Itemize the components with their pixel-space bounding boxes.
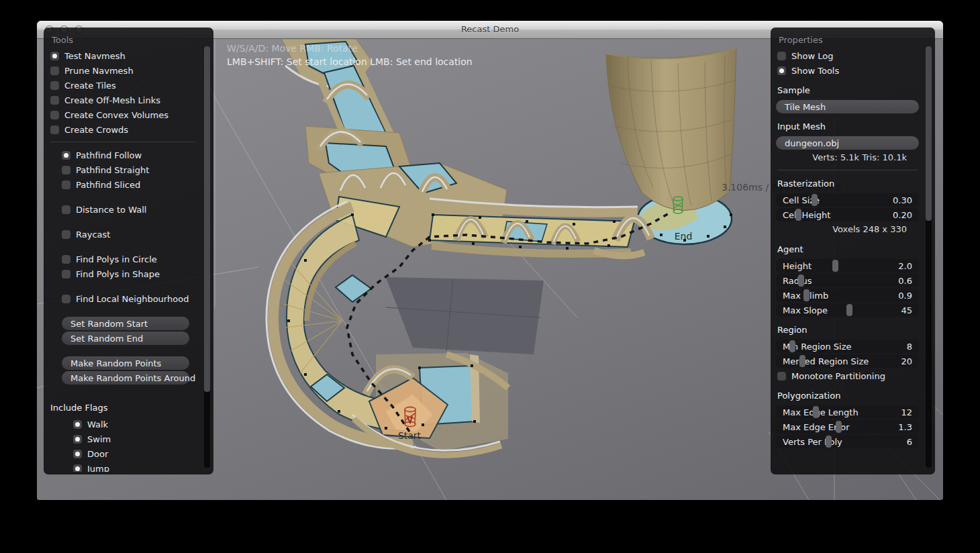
checkbox-label: Raycast	[76, 230, 110, 240]
checkbox-row[interactable]: Find Polys in Circle	[44, 252, 203, 266]
tools-panel-title: Tools	[44, 28, 213, 48]
slider-row[interactable]: Max Climb 0.9	[776, 289, 919, 302]
select-label: Tile Mesh	[785, 102, 826, 112]
checkbox-icon	[62, 230, 70, 239]
slider-row[interactable]: Cell Size 0.30	[776, 193, 919, 207]
slider-thumb[interactable]	[798, 274, 804, 287]
slider-thumb[interactable]	[826, 436, 832, 448]
section-heading: Region	[771, 325, 924, 336]
checkbox-row[interactable]: Find Polys in Shape	[44, 267, 203, 281]
slider-value: 45	[901, 305, 912, 315]
checkbox-icon	[62, 270, 70, 279]
checkbox-label: Pathfind Follow	[76, 150, 142, 160]
end-label: End	[660, 231, 707, 242]
checkbox-label: Distance to Wall	[76, 205, 146, 215]
checkbox-icon	[73, 464, 82, 472]
checkbox-row[interactable]: Find Local Neighbourhood	[44, 292, 203, 305]
slider-thumb[interactable]	[836, 421, 842, 433]
section-heading: Agent	[771, 244, 924, 256]
checkbox-label: Create Tiles	[64, 81, 116, 91]
checkbox-icon	[62, 295, 70, 303]
spacer	[44, 217, 203, 226]
slider-row[interactable]: Height 2.0	[776, 259, 919, 272]
checkbox-row[interactable]: Prune Navmesh	[44, 64, 203, 77]
checkbox-label: Create Convex Volumes	[64, 110, 168, 120]
tool-button[interactable]: Make Random Points Around	[62, 371, 189, 385]
checkbox-row[interactable]: Pathfind Sliced	[44, 178, 203, 191]
slider-thumb[interactable]	[799, 355, 805, 367]
slider-thumb[interactable]	[803, 289, 810, 301]
slider-value: 1.3	[898, 422, 912, 432]
slider-value: 20	[901, 356, 912, 366]
checkbox-icon	[73, 435, 82, 444]
info-text: Verts: 5.1k Tris: 10.1k	[771, 151, 924, 164]
checkbox-icon	[73, 450, 82, 458]
checkbox-row[interactable]: Swim	[44, 432, 203, 446]
properties-scrollbar[interactable]	[926, 46, 932, 468]
slider-thumb[interactable]	[789, 340, 795, 352]
separator	[777, 170, 918, 170]
checkbox-icon	[50, 125, 59, 134]
slider-row[interactable]: Max Edge Error 1.3	[776, 420, 919, 434]
slider-row[interactable]: Min Region Size 8	[776, 340, 919, 353]
tools-scrollbar-thumb[interactable]	[204, 46, 210, 392]
tool-button[interactable]: Set Random End	[62, 332, 189, 345]
checkbox-label: Find Polys in Circle	[76, 254, 157, 264]
checkbox-icon	[777, 372, 786, 381]
button-label: Set Random Start	[70, 319, 148, 329]
checkbox-label: Prune Navmesh	[64, 66, 134, 76]
checkbox-icon	[50, 96, 59, 105]
checkbox-row[interactable]: Create Convex Volumes	[44, 108, 203, 121]
slider-thumb[interactable]	[795, 209, 801, 221]
checkbox-label: Find Polys in Shape	[76, 269, 160, 279]
checkbox-row[interactable]: Monotore Partitioning	[771, 369, 924, 383]
checkbox-icon	[50, 66, 59, 75]
select-button[interactable]: Tile Mesh	[776, 100, 919, 113]
spacer	[44, 346, 203, 355]
checkbox-row[interactable]: Pathfind Straight	[44, 163, 203, 177]
checkbox-row[interactable]: Door	[44, 447, 203, 460]
slider-label: Merged Region Size	[783, 356, 869, 366]
checkbox-row[interactable]: Raycast	[44, 228, 203, 241]
checkbox-row[interactable]: Pathfind Follow	[44, 148, 203, 162]
checkbox-row[interactable]: Show Log	[771, 49, 924, 62]
checkbox-row[interactable]: Show Tools	[771, 64, 924, 77]
checkbox-row[interactable]: Create Tiles	[44, 79, 203, 92]
slider-row[interactable]: Merged Region Size 20	[776, 354, 919, 368]
slider-row[interactable]: Radius 0.6	[776, 274, 919, 287]
checkbox-label: Pathfind Sliced	[76, 180, 140, 190]
slider-thumb[interactable]	[832, 260, 838, 272]
slider-row[interactable]: Max Slope 45	[776, 303, 919, 317]
tool-button[interactable]: Set Random Start	[62, 317, 189, 330]
checkbox-icon	[73, 420, 82, 429]
button-label: Set Random End	[70, 334, 143, 344]
slider-thumb[interactable]	[846, 304, 852, 316]
checkbox-label: Monotore Partitioning	[791, 371, 885, 381]
recast-demo-window: Recast Demo	[37, 21, 943, 500]
checkbox-row[interactable]: Create Crowds	[44, 123, 203, 136]
dungeon-mesh	[266, 39, 736, 455]
slider-label: Max Edge Length	[783, 407, 859, 417]
checkbox-row[interactable]: Walk	[44, 417, 203, 431]
slider-row[interactable]: Cell Height 0.20	[776, 208, 919, 221]
checkbox-label: Pathfind Straight	[76, 165, 149, 175]
checkbox-label: Create Crowds	[64, 125, 128, 135]
slider-value: 8	[907, 342, 912, 352]
checkbox-row[interactable]: Create Off-Mesh Links	[44, 93, 203, 107]
select-button[interactable]: dungeon.obj	[776, 136, 919, 150]
slider-row[interactable]: Verts Per Poly 6	[776, 435, 919, 448]
slider-thumb[interactable]	[812, 194, 818, 206]
info-text: Voxels 248 x 330	[771, 223, 924, 236]
tools-panel: Tools Test Navmesh Prune Navmesh Create …	[44, 28, 213, 474]
checkbox-row[interactable]: Distance to Wall	[44, 203, 203, 216]
properties-scrollbar-thumb[interactable]	[926, 46, 932, 221]
checkbox-row[interactable]: Test Navmesh	[44, 49, 203, 62]
slider-thumb[interactable]	[813, 406, 819, 418]
checkbox-row[interactable]: Jump	[44, 462, 203, 472]
slider-value: 0.20	[893, 210, 912, 220]
tool-button[interactable]: Make Random Points	[62, 356, 189, 370]
section-heading: Input Mesh	[771, 121, 924, 133]
slider-row[interactable]: Max Edge Length 12	[776, 405, 919, 419]
tools-scrollbar[interactable]	[204, 46, 210, 468]
checkbox-label: Find Local Neighbourhood	[76, 294, 189, 304]
